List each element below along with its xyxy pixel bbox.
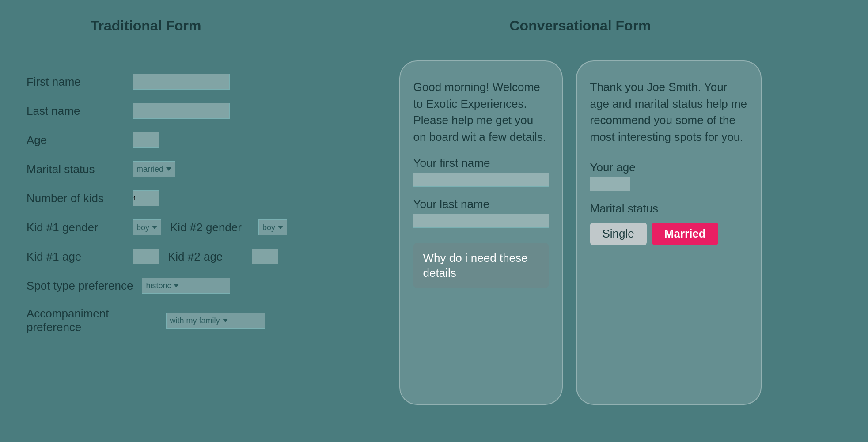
conv-marital-label: Marital status [590, 202, 747, 215]
first-name-input[interactable] [133, 74, 230, 90]
kid2-gender-arrow-icon [278, 226, 283, 229]
num-kids-row: Number of kids [27, 190, 265, 206]
conv-age-label: Your age [590, 161, 747, 174]
kid1-gender-label: Kid #1 gender [27, 221, 124, 234]
kid2-age-label: Kid #2 age [168, 250, 243, 264]
age-input[interactable] [133, 132, 159, 148]
kid1-gender-select[interactable]: boy [133, 219, 161, 235]
conversational-form-panel: Conversational Form Good morning! Welcom… [292, 0, 868, 442]
spot-type-arrow-icon [174, 284, 179, 287]
traditional-form-title: Traditional Form [91, 18, 201, 34]
spot-type-select[interactable]: historic [142, 278, 230, 294]
kid2-gender-value: boy [262, 223, 275, 232]
spot-type-value: historic [146, 281, 171, 291]
num-kids-label: Number of kids [27, 192, 124, 205]
kid-gender-row: Kid #1 gender boy Kid #2 gender boy [27, 219, 265, 235]
why-details-button[interactable]: Why do i need these details [413, 243, 549, 289]
traditional-form: First name Last name Age Marital status … [27, 74, 265, 334]
accompaniment-arrow-icon [223, 319, 228, 322]
kid1-age-label: Kid #1 age [27, 250, 124, 264]
marital-status-label: Marital status [27, 162, 124, 176]
thank-message: Thank you Joe Smith. Your age and marita… [590, 79, 747, 146]
marital-options-container: Single Married [590, 223, 747, 245]
accompaniment-value: with my family [170, 316, 220, 325]
marital-status-arrow-icon [166, 167, 171, 171]
kid1-age-input[interactable] [133, 249, 159, 264]
conv-first-name-label: Your first name [413, 156, 549, 170]
first-name-row: First name [27, 74, 265, 90]
num-kids-input[interactable] [133, 190, 159, 206]
accompaniment-row: Accompaniment preference with my family [27, 307, 265, 334]
conv-last-name-input[interactable] [413, 214, 549, 228]
kid1-gender-arrow-icon [152, 226, 157, 229]
kid2-gender-select[interactable]: boy [258, 219, 287, 235]
first-name-label: First name [27, 75, 124, 89]
marital-field-group: Marital status Single Married [590, 202, 747, 245]
accompaniment-select[interactable]: with my family [166, 313, 265, 329]
traditional-form-panel: Traditional Form First name Last name Ag… [0, 0, 292, 442]
phone-frame-2: Thank you Joe Smith. Your age and marita… [576, 60, 762, 405]
welcome-message: Good morning! Welcome to Exotic Experien… [413, 79, 549, 146]
marital-status-row: Marital status married [27, 161, 265, 177]
last-name-label: Last name [27, 104, 124, 118]
first-name-field-group: Your first name [413, 156, 549, 187]
conv-age-input[interactable] [590, 177, 630, 191]
last-name-field-group: Your last name [413, 197, 549, 228]
phone-frame-1: Good morning! Welcome to Exotic Experien… [399, 60, 563, 405]
conv-last-name-label: Your last name [413, 197, 549, 211]
age-field-group: Your age [590, 161, 747, 191]
last-name-input[interactable] [133, 103, 230, 119]
kid2-gender-label: Kid #2 gender [170, 221, 250, 234]
last-name-row: Last name [27, 103, 265, 119]
age-row: Age [27, 132, 265, 148]
spot-type-label: Spot type preference [27, 279, 133, 293]
single-option-button[interactable]: Single [590, 223, 647, 245]
kid-age-row: Kid #1 age Kid #2 age [27, 249, 265, 264]
conv-first-name-input[interactable] [413, 173, 549, 187]
kid1-gender-value: boy [136, 223, 149, 232]
age-label: Age [27, 133, 124, 147]
marital-status-value: married [136, 165, 163, 174]
accompaniment-label: Accompaniment preference [27, 307, 157, 334]
conv-forms-container: Good morning! Welcome to Exotic Experien… [399, 60, 762, 405]
kid2-age-input[interactable] [252, 249, 278, 264]
spot-type-row: Spot type preference historic [27, 278, 265, 294]
marital-status-select[interactable]: married [133, 161, 175, 177]
married-option-button[interactable]: Married [652, 223, 718, 245]
conversational-form-title: Conversational Form [509, 18, 651, 34]
